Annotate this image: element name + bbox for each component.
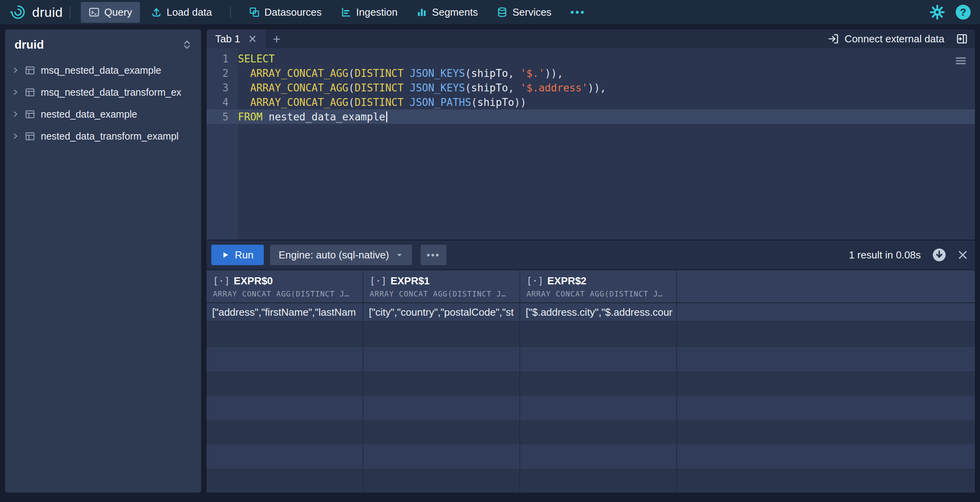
query-workspace: Tab 1 +: [207, 29, 975, 493]
chevron-right-icon[interactable]: [11, 66, 19, 74]
sort-icon[interactable]: [182, 40, 192, 49]
add-tab-button[interactable]: +: [265, 29, 288, 48]
connect-external-data-icon: [828, 33, 839, 45]
main-nav: Query Load data: [81, 2, 593, 23]
druid-logo-icon: [9, 4, 27, 21]
column-header[interactable]: [·]EXPR$2ARRAY_CONCAT_AGG(DISTINCT J…: [520, 270, 677, 302]
ingestion-icon: [341, 7, 352, 18]
datasource-sidebar: druid msq_nested_data_examplemsq_nested_…: [5, 29, 201, 493]
code-text: ARRAY_CONCAT_AGG(DISTINCT JSON_KEYS(ship…: [238, 67, 975, 79]
result-cell[interactable]: ["address","firstName","lastNam: [207, 303, 363, 321]
text-cursor: [386, 111, 387, 122]
nav-services-label: Services: [512, 6, 552, 18]
code-line[interactable]: 4 ARRAY_CONCAT_AGG(DISTINCT JSON_PATHS(s…: [207, 95, 975, 109]
nav-datasources[interactable]: Datasources: [241, 2, 330, 23]
code-text: SELECT: [238, 53, 975, 65]
more-icon: •••: [570, 6, 586, 18]
column-expression: ARRAY_CONCAT_AGG(DISTINCT J…: [526, 289, 670, 298]
brand[interactable]: druid: [9, 4, 63, 21]
column-expression: ARRAY_CONCAT_AGG(DISTINCT J…: [370, 289, 513, 298]
open-side-panel-icon[interactable]: [956, 33, 968, 45]
table-icon: [25, 109, 35, 120]
query-tabbar: Tab 1 +: [207, 29, 975, 48]
column-expression: ARRAY_CONCAT_AGG(DISTINCT J…: [213, 289, 356, 298]
close-results-icon[interactable]: [958, 250, 968, 260]
run-toolbar: Run Engine: auto (sql-native) ••• 1 resu…: [207, 240, 975, 270]
plus-icon: +: [273, 31, 281, 47]
code-line[interactable]: 3 ARRAY_CONCAT_AGG(DISTINCT JSON_KEYS(sh…: [207, 80, 975, 95]
chevron-right-icon[interactable]: [11, 110, 19, 118]
engine-select[interactable]: Engine: auto (sql-native): [270, 245, 412, 265]
datasource-tree-item[interactable]: msq_nested_data_transform_ex: [5, 81, 201, 103]
nav-ingestion-label: Ingestion: [356, 6, 398, 18]
close-tab-icon[interactable]: [248, 35, 257, 43]
nav-query[interactable]: Query: [81, 2, 140, 23]
run-button[interactable]: Run: [211, 245, 264, 265]
tab-label: Tab 1: [215, 33, 240, 45]
code-text: FROM nested_data_example: [238, 111, 975, 123]
tab-1[interactable]: Tab 1: [207, 29, 265, 48]
code-line[interactable]: 1SELECT: [207, 51, 975, 66]
connect-external-data-button[interactable]: Connect external data: [828, 33, 944, 45]
column-header[interactable]: [·]EXPR$1ARRAY_CONCAT_AGG(DISTINCT J…: [363, 270, 520, 302]
brand-name: druid: [32, 5, 63, 20]
code-line[interactable]: 2 ARRAY_CONCAT_AGG(DISTINCT JSON_KEYS(sh…: [207, 66, 975, 80]
nav-datasources-label: Datasources: [265, 6, 322, 18]
code-lines: 1SELECT2 ARRAY_CONCAT_AGG(DISTINCT JSON_…: [207, 51, 975, 124]
help-icon[interactable]: ?: [956, 5, 971, 20]
results-panel: [·]EXPR$0ARRAY_CONCAT_AGG(DISTINCT J…[·]…: [207, 270, 975, 493]
nav-services[interactable]: Services: [489, 2, 559, 23]
datasources-icon: [249, 7, 260, 18]
nav-more[interactable]: •••: [563, 2, 593, 23]
line-number: 1: [207, 53, 238, 65]
download-results-icon[interactable]: [932, 247, 947, 262]
column-name: EXPR$0: [234, 275, 273, 287]
line-number: 3: [207, 82, 238, 94]
datasource-tree-item[interactable]: nested_data_example: [5, 103, 201, 125]
table-icon: [25, 65, 35, 76]
nav-ingestion[interactable]: Ingestion: [333, 2, 406, 23]
code-text: ARRAY_CONCAT_AGG(DISTINCT JSON_KEYS(ship…: [238, 82, 975, 94]
datasource-tree-item[interactable]: msq_nested_data_example: [5, 59, 201, 81]
help-glyph: ?: [960, 6, 966, 18]
column-divider: [676, 303, 677, 493]
editor-menu-icon[interactable]: [955, 55, 967, 67]
chevron-right-icon[interactable]: [11, 132, 19, 140]
chevron-right-icon[interactable]: [11, 88, 19, 96]
nav-segments-label: Segments: [432, 6, 478, 18]
datasource-name: msq_nested_data_example: [41, 65, 161, 76]
column-name: EXPR$1: [390, 275, 430, 287]
results-row: ["address","firstName","lastNam["city","…: [207, 303, 975, 322]
nav-load-data[interactable]: Load data: [143, 2, 220, 23]
druid-console: druid Query: [0, 0, 980, 502]
sidebar-header: druid: [5, 29, 201, 58]
empty-rows: [207, 323, 975, 493]
result-cell[interactable]: ["city","country","postalCode","st: [363, 303, 520, 321]
datasource-name: nested_data_transform_exampl: [41, 131, 179, 142]
sql-editor[interactable]: 1SELECT2 ARRAY_CONCAT_AGG(DISTINCT JSON_…: [207, 48, 975, 240]
code-line[interactable]: 5FROM nested_data_example: [207, 109, 975, 124]
navbar-divider: [70, 6, 71, 18]
run-label: Run: [235, 249, 254, 261]
line-number: 5: [207, 111, 238, 123]
tabbar-right: Connect external data: [828, 29, 975, 48]
navbar-divider: [230, 6, 231, 18]
services-database-icon: [497, 7, 508, 18]
runbar-right: 1 result in 0.08s: [849, 247, 968, 262]
array-type-icon: [·]: [213, 276, 230, 287]
datasource-tree-item[interactable]: nested_data_transform_exampl: [5, 125, 201, 147]
query-console-icon: [89, 7, 100, 18]
play-icon: [221, 251, 229, 259]
content: druid msq_nested_data_examplemsq_nested_…: [0, 24, 980, 502]
column-name: EXPR$2: [547, 275, 586, 287]
line-number: 4: [207, 96, 238, 108]
array-type-icon: [·]: [526, 276, 543, 287]
settings-gear-icon[interactable]: [930, 5, 945, 20]
query-more-button[interactable]: •••: [421, 245, 446, 265]
nav-segments[interactable]: Segments: [408, 2, 486, 23]
result-cell[interactable]: ["$.address.city","$.address.cour: [520, 303, 677, 321]
datasource-tree: msq_nested_data_examplemsq_nested_data_t…: [5, 58, 201, 149]
segments-icon: [416, 7, 427, 18]
column-header[interactable]: [·]EXPR$0ARRAY_CONCAT_AGG(DISTINCT J…: [207, 270, 363, 302]
top-navbar: druid Query: [0, 0, 980, 24]
